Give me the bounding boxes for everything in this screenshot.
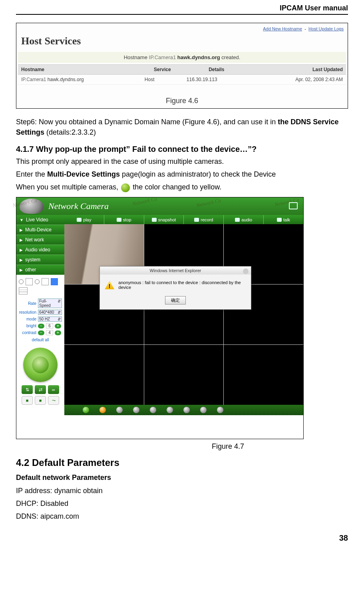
header-title: IPCAM User manual <box>280 4 348 12</box>
bright-value: 6 <box>46 323 53 328</box>
ptz-btn-6[interactable]: ⤳ <box>48 396 59 405</box>
status-dot-icon <box>121 183 130 192</box>
video-cell-8[interactable] <box>144 345 224 405</box>
main-panel: play stop snapshot record audio talk <box>64 215 303 439</box>
layout-selector <box>16 275 64 298</box>
col-details: Details <box>183 65 250 75</box>
host-update-logs-link[interactable]: Host Update Logs <box>308 26 344 31</box>
chevron-right-icon: ▶ <box>20 268 23 272</box>
contrast-plus-button[interactable]: + <box>55 330 61 335</box>
chevron-down-icon: ▼ <box>20 218 24 222</box>
bright-plus-button[interactable]: + <box>55 324 61 328</box>
nav-system[interactable]: ▶system <box>16 255 64 265</box>
col-hostname: Hostname <box>18 65 141 75</box>
mode-control: mode 50 HZ⇵ <box>16 316 64 322</box>
chevron-right-icon: ▶ <box>20 228 23 232</box>
section-4-2-title: 4.2 Default Parameters <box>16 457 348 468</box>
host-table: Hostname Service Details Last Updated IP… <box>18 64 346 85</box>
layout-1x1[interactable] <box>26 278 33 285</box>
play-icon <box>77 218 82 222</box>
section-4-1-7-line3: When you set multiple cameras, the color… <box>16 182 348 192</box>
video-cell-9[interactable] <box>224 345 303 405</box>
figure-4-6-caption: Figure 4.6 <box>18 85 346 107</box>
talk-button[interactable]: talk <box>263 215 303 224</box>
camera-title: Network Camera <box>48 201 109 211</box>
status-dot-1[interactable] <box>83 407 89 413</box>
layout-3x3-selected[interactable] <box>51 278 58 285</box>
ptz-btn-2[interactable]: ⇄ <box>35 385 46 394</box>
default-all-link[interactable]: default all <box>16 336 64 344</box>
warning-icon: ! <box>105 281 114 289</box>
top-links: Add New Hostname - Host Update Logs <box>18 25 346 33</box>
ptz-btn-4[interactable]: ■ <box>22 396 33 405</box>
ptz-btn-5[interactable]: ■ <box>35 396 46 405</box>
snapshot-button[interactable]: snapshot <box>144 215 184 224</box>
status-dot-6[interactable] <box>167 407 173 413</box>
dialog-ok-button[interactable]: 确定 <box>165 296 186 304</box>
chevron-right-icon: ▶ <box>20 238 23 242</box>
ptz-btn-1[interactable]: ⇅ <box>22 385 33 394</box>
section-4-2-subtitle: Default network Parameters <box>16 472 348 483</box>
section-4-1-7-line1: This prompt only appeared in the case of… <box>16 156 348 167</box>
col-updated: Last Updated <box>250 65 346 75</box>
dialog-title: Windows Internet Explorer <box>150 268 201 273</box>
video-cell-7[interactable] <box>64 345 144 405</box>
layout-3x3[interactable] <box>19 287 28 295</box>
layout-2x2[interactable] <box>42 278 49 285</box>
audio-icon <box>235 218 240 222</box>
ptz-buttons: ⇅ ⇄ ∞ ■ ■ ⤳ <box>16 385 64 408</box>
status-dot-3[interactable] <box>116 407 123 413</box>
add-new-hostname-link[interactable]: Add New Hostname <box>263 26 302 31</box>
stop-button[interactable]: stop <box>104 215 144 224</box>
toolbar: play stop snapshot record audio talk <box>64 215 303 224</box>
rate-select[interactable]: Full-Speed⇵ <box>38 298 62 308</box>
nav-audio-video[interactable]: ▶Audio video <box>16 245 64 255</box>
host-services-title: Host Services <box>18 33 346 51</box>
status-dot-9[interactable] <box>217 407 223 413</box>
status-dot-7[interactable] <box>183 407 190 413</box>
status-dot-5[interactable] <box>150 407 156 413</box>
stop-icon <box>117 218 121 222</box>
ptz-btn-3[interactable]: ∞ <box>48 385 59 394</box>
col-service: Service <box>141 65 183 75</box>
page-number: 38 <box>16 533 348 543</box>
nav-network[interactable]: ▶Net work <box>16 235 64 245</box>
figure-4-6: Add New Hostname - Host Update Logs Host… <box>16 23 348 109</box>
figure-4-7: Network Ca Network Camera Network Ca Net… <box>16 197 304 439</box>
nav-other[interactable]: ▶other <box>16 265 64 275</box>
page-header: IPCAM User manual <box>16 0 348 15</box>
section-4-1-7-line2: Enter the Multi-Device Settings page(log… <box>16 169 348 179</box>
figure-4-7-caption: Figure 4.7 <box>108 442 348 451</box>
video-grid: Windows Internet Explorer ! anonymous : … <box>64 224 303 405</box>
record-button[interactable]: record <box>183 215 223 224</box>
nav-live-video[interactable]: ▼Live Video <box>16 215 64 225</box>
step6-text: Step6: Now you obtained a Dynamic Domain… <box>16 117 348 137</box>
resolution-select[interactable]: 640*480⇵ <box>38 310 62 315</box>
hostname-link[interactable]: hawk.dyndns.org <box>48 77 84 82</box>
snapshot-icon <box>152 218 157 222</box>
contrast-control: contrast − 4 + <box>16 329 64 336</box>
layout-radio-1[interactable] <box>19 279 24 284</box>
display-icon[interactable] <box>289 202 298 209</box>
chevron-right-icon: ▶ <box>20 248 23 252</box>
status-bar: Hostname IP.Camera1 hawk.dyndns.org crea… <box>18 52 346 63</box>
layout-radio-2[interactable] <box>35 279 40 284</box>
play-button[interactable]: play <box>64 215 104 224</box>
contrast-minus-button[interactable]: − <box>38 330 44 335</box>
audio-button[interactable]: audio <box>223 215 263 224</box>
ptz-dial[interactable] <box>23 348 58 382</box>
nav-multi-device[interactable]: ▶Multi-Device <box>16 225 64 235</box>
param-ddns: DDNS: aipcam.com <box>16 511 348 521</box>
close-icon[interactable] <box>243 269 249 274</box>
mode-select[interactable]: 50 HZ⇵ <box>38 316 62 322</box>
status-dot-8[interactable] <box>200 407 207 413</box>
status-dot-4[interactable] <box>133 407 139 413</box>
resolution-control: resolution 640*480⇵ <box>16 309 64 316</box>
bright-minus-button[interactable]: − <box>38 324 44 328</box>
status-dot-2[interactable] <box>99 407 106 413</box>
contrast-value: 4 <box>46 330 53 335</box>
dialog-message: anonymous : fail to connect to the devic… <box>118 280 246 290</box>
chevron-right-icon: ▶ <box>20 258 23 262</box>
status-strip <box>64 405 303 415</box>
dialog-titlebar: Windows Internet Explorer <box>100 267 251 275</box>
